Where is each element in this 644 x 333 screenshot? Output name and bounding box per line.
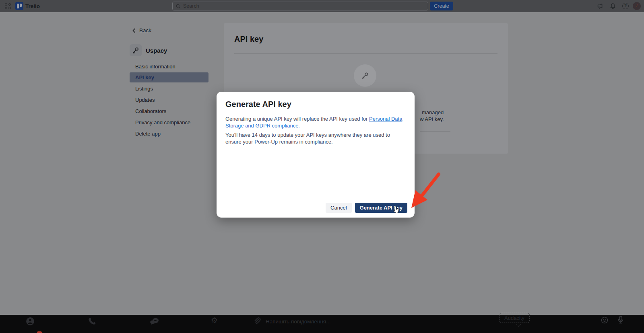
modal-title: Generate API key xyxy=(225,100,291,109)
screen: Trello Create ? i Back xyxy=(0,0,644,333)
modal-body-paragraph: You'll have 14 days to update your API k… xyxy=(225,132,407,145)
modal-button-row: Cancel Generate API key xyxy=(326,203,407,213)
cancel-button[interactable]: Cancel xyxy=(326,203,351,213)
generate-api-key-modal: Generate API key Generating a unique API… xyxy=(217,92,415,218)
modal-body-text: Generating a unique API key will replace… xyxy=(225,116,369,122)
generate-api-key-button[interactable]: Generate API key xyxy=(355,203,407,213)
modal-body-paragraph: Generating a unique API key will replace… xyxy=(225,116,407,129)
